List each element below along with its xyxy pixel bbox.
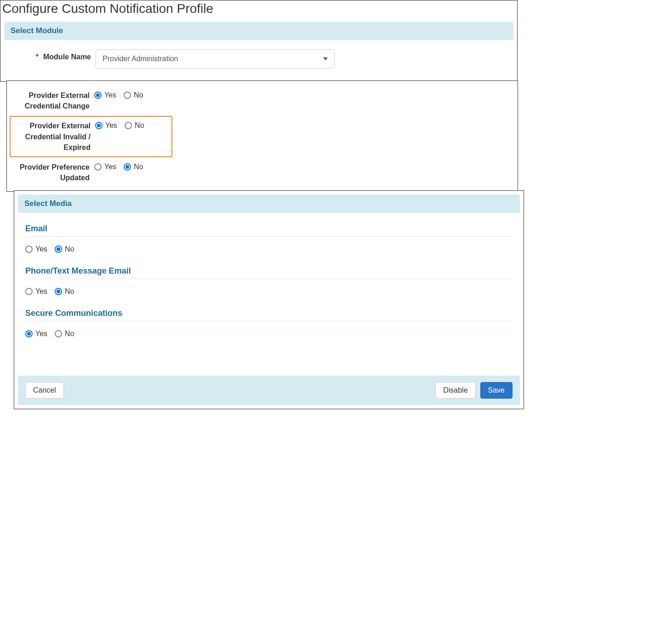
yes-label: Yes [35,245,47,253]
save-button[interactable]: Save [480,382,513,399]
select-media-header: Select Media [18,194,520,213]
footer-bar: Cancel Disable Save [18,376,520,405]
media-secure-no-radio[interactable] [55,330,62,337]
event-row-credential-change: Provider External Credential Change Yes … [10,88,515,113]
no-label: No [134,91,143,99]
media-phone-title: Phone/Text Message Email [25,266,513,276]
event-credential-invalid-no-radio[interactable] [125,122,132,129]
event-credential-change-yes-radio[interactable] [94,91,102,99]
media-secure-yes-radio[interactable] [25,330,33,337]
cancel-button[interactable]: Cancel [25,382,64,399]
yes-label: Yes [35,330,47,338]
yes-label: Yes [104,163,116,171]
event-label: Provider Preference Updated [11,162,94,183]
event-label: Provider External Credential Change [11,90,94,111]
no-label: No [65,287,74,296]
module-name-value: Provider Administration [103,55,178,63]
module-name-label: Module Name [43,53,91,61]
media-email-yes-radio[interactable] [25,246,33,253]
no-label: No [65,330,74,338]
required-star-icon: * [36,53,39,61]
select-module-header: Select Module [4,22,513,40]
dropdown-caret-icon [323,57,328,60]
event-row-preference-updated: Provider Preference Updated Yes No [10,160,515,185]
divider [25,279,513,279]
module-name-select[interactable]: Provider Administration [96,49,335,69]
yes-label: Yes [35,287,47,296]
divider [25,236,513,237]
event-preference-updated-yes-radio[interactable] [94,163,102,171]
event-label: Provider External Credential Invalid / E… [12,120,95,153]
no-label: No [134,163,143,171]
event-rows: Provider External Credential Change Yes … [7,81,518,191]
media-phone-yes-radio[interactable] [25,288,33,295]
media-secure-title: Secure Communications [25,309,513,318]
no-label: No [135,121,144,130]
yes-label: Yes [104,91,116,99]
yes-label: Yes [105,121,117,130]
disable-button[interactable]: Disable [435,382,475,399]
page-title: Configure Custom Notification Profile [2,1,517,16]
event-row-credential-invalid: Provider External Credential Invalid / E… [10,116,172,157]
media-email-no-radio[interactable] [55,246,62,253]
divider [25,321,513,321]
event-credential-invalid-yes-radio[interactable] [95,122,103,129]
event-preference-updated-no-radio[interactable] [124,163,131,171]
media-phone-no-radio[interactable] [55,288,62,295]
event-credential-change-no-radio[interactable] [124,91,131,99]
no-label: No [65,245,74,253]
media-email-title: Email [25,224,513,234]
